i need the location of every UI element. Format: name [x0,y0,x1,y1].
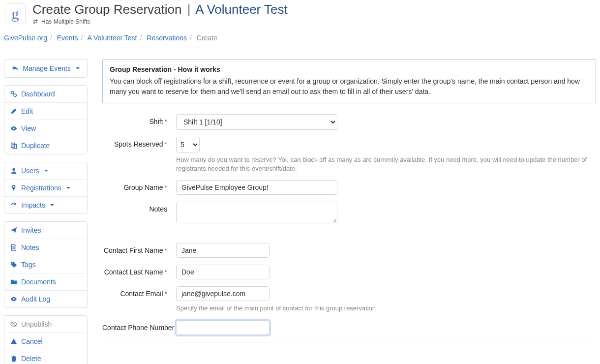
sidebar-item-label: Notes [21,243,39,251]
svg-point-4 [12,168,15,171]
sidebar-item-label: Delete [21,355,41,363]
main-content: Group Reservation - How it works You can… [102,59,596,353]
sidebar-item-impacts[interactable]: Impacts [4,196,87,213]
sidebar-item-audit-log[interactable]: Audit Log [4,290,87,307]
infobox-text: You can block off registrations for a sh… [110,76,589,97]
contact-first-name-label: Contact First Name* [102,243,176,254]
sidebar-item-label: Invites [21,226,41,234]
manage-events-button[interactable]: Manage Events [4,60,87,77]
section-divider [102,232,596,232]
sidebar-item-label: Tags [21,261,36,269]
sidebar-item-cancel[interactable]: Cancel [4,333,87,350]
trash-icon [10,355,17,362]
multi-shift-label: Has Multiple Shifts [41,18,90,25]
sidebar-item-invites[interactable]: Invites [4,222,87,239]
gears-icon [10,91,17,97]
sidebar-item-delete[interactable]: Delete [4,350,87,364]
title-event-name: A Volunteer Test [195,2,287,17]
sidebar-item-label: Dashboard [21,90,55,98]
contact-phone-label: Contact Phone Number [102,320,176,332]
sidebar-item-label: View [21,124,36,132]
sidebar-item-label: Unpublish [21,320,52,328]
sidebar-item-view[interactable]: View [4,120,87,137]
user-icon [10,167,17,174]
contact-email-help: Specify the email of the main point of c… [176,304,596,313]
warning-icon [10,338,17,345]
spots-reserved-label: Spots Reserved* [102,137,176,148]
pencil-icon [10,108,17,115]
sidebar-item-duplicate[interactable]: Duplicate [4,137,87,154]
section-divider-bottom [102,342,596,342]
contact-last-name-label: Contact Last Name* [102,265,176,276]
page-header: g Create Group Reservation | A Volunteer… [4,0,596,26]
chevron-down-icon [76,67,80,69]
crumb-reservations[interactable]: Reservations [147,34,187,42]
sidebar-item-label: Registrations [21,184,61,192]
sidebar-item-documents[interactable]: Documents [4,273,87,290]
contact-last-name-input[interactable] [176,265,270,279]
page-title: Create Group Reservation | A Volunteer T… [32,2,288,17]
breadcrumb: GivePulse.org/ Events/ A Volunteer Test/… [4,34,596,48]
transfer-icon [32,19,38,25]
group-name-label: Group Name* [102,180,176,191]
contact-email-input[interactable] [176,286,270,301]
gauge-icon [10,202,17,209]
contact-phone-input[interactable] [176,320,270,335]
eye-slash-icon [10,321,17,328]
crumb-current: Create [197,34,217,42]
tag-icon [10,261,17,268]
multi-shift-badge: Has Multiple Shifts [32,18,288,25]
sidebar-item-users[interactable]: Users [4,162,87,179]
chevron-down-icon [44,170,48,172]
sidebar-item-label: Duplicate [21,142,50,150]
title-separator: | [185,2,193,17]
title-prefix: Create Group Reservation [32,2,181,17]
crumb-givepulse[interactable]: GivePulse.org [4,34,47,42]
reply-icon [12,65,19,72]
sidebar: Manage Events Dashboard Edit View Duplic… [4,59,88,364]
paper-plane-icon [10,227,17,234]
sidebar-item-label: Cancel [21,337,43,345]
crumb-event-name[interactable]: A Volunteer Test [88,34,137,42]
svg-point-1 [14,94,16,96]
folder-icon [10,278,17,285]
spots-reserved-select[interactable]: 5 [176,137,200,152]
chevron-down-icon [50,204,54,206]
shift-label: Shift* [102,114,176,125]
copy-icon [10,142,17,149]
contact-email-label: Contact Email* [102,286,176,298]
sidebar-item-label: Audit Log [21,295,50,303]
contact-first-name-input[interactable] [176,243,270,258]
infobox-title: Group Reservation - How it works [110,65,589,73]
org-logo: g [5,3,26,24]
crumb-events[interactable]: Events [57,34,78,42]
pin-icon [10,184,17,191]
group-name-input[interactable] [176,180,337,195]
sidebar-item-label: Edit [21,107,33,115]
sidebar-item-label: Documents [21,278,56,286]
manage-events-label: Manage Events [23,64,70,72]
eye-icon [10,125,17,132]
sidebar-item-label: Impacts [21,201,45,209]
sidebar-item-edit[interactable]: Edit [4,102,87,120]
eye-icon [10,296,17,303]
shift-select[interactable]: Shift 1 [1/10] [176,114,337,130]
spots-reserved-help: How many do you want to reserve? You can… [176,155,596,173]
sidebar-item-label: Users [21,167,39,175]
sidebar-item-notes[interactable]: Notes [4,239,87,256]
sidebar-item-unpublish[interactable]: Unpublish [4,316,87,333]
notes-label: Notes [102,202,176,213]
sidebar-item-registrations[interactable]: Registrations [4,179,87,196]
svg-point-0 [11,91,14,94]
how-it-works-box: Group Reservation - How it works You can… [102,59,596,103]
sidebar-item-tags[interactable]: Tags [4,256,87,273]
notes-textarea[interactable] [176,202,337,223]
file-icon [10,244,17,251]
sidebar-item-dashboard[interactable]: Dashboard [4,86,87,102]
chevron-down-icon [66,187,70,189]
